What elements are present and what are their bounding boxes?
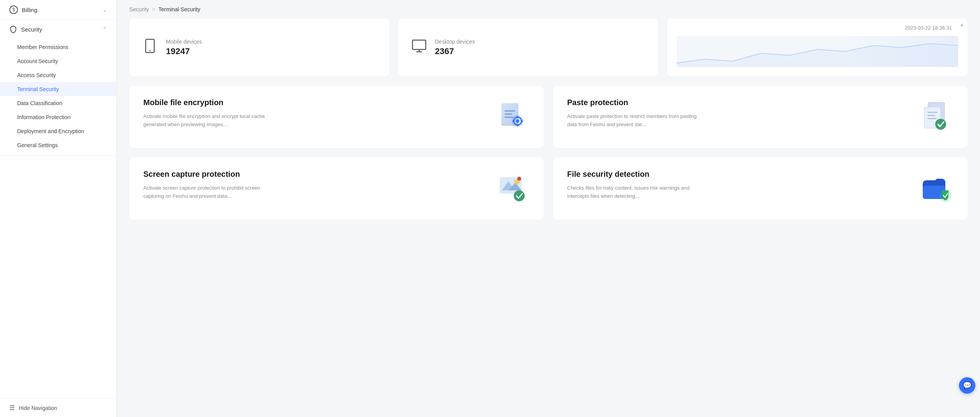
hide-navigation-label: Hide Navigation <box>19 405 57 411</box>
screen-capture-title: Screen capture protection <box>143 170 276 179</box>
svg-rect-2 <box>412 40 426 49</box>
billing-left: $ Billing <box>9 5 37 14</box>
breadcrumb: Security > Terminal Security <box>117 0 980 19</box>
sidebar-item-account-security[interactable]: Account Security <box>0 54 116 68</box>
svg-point-25 <box>935 119 946 130</box>
sidebar-billing[interactable]: $ Billing ⌄ <box>0 0 116 20</box>
svg-rect-24 <box>927 118 937 119</box>
mobile-file-encryption-icon <box>495 98 530 133</box>
paste-protection-content: Paste protection Activate paste protecti… <box>567 98 700 129</box>
mobile-label: Mobile devices <box>166 39 202 45</box>
screen-capture-desc: Activate screen capture protection to pr… <box>143 184 276 201</box>
graph-placeholder <box>677 36 958 67</box>
breadcrumb-parent[interactable]: Security <box>129 6 149 12</box>
cards-container: Mobile devices 19247 Desktop devices 236… <box>117 19 980 232</box>
main-content: Security > Terminal Security Mobile devi… <box>117 0 980 417</box>
file-security-detection-card[interactable]: File security detection Checks files for… <box>553 157 968 220</box>
svg-point-30 <box>517 177 521 181</box>
screen-capture-content: Screen capture protection Activate scree… <box>143 170 276 201</box>
desktop-value: 2367 <box>435 46 475 56</box>
security-label: Security <box>21 26 42 33</box>
sidebar: $ Billing ⌄ Security ⌃ Member Permission… <box>0 0 117 417</box>
mobile-devices-card[interactable]: Mobile devices 19247 <box>129 19 389 76</box>
sidebar-nav-items: Member Permissions Account Security Acce… <box>0 39 116 155</box>
file-security-title: File security detection <box>567 170 700 179</box>
billing-icon: $ <box>9 5 18 14</box>
sidebar-item-member-permissions[interactable]: Member Permissions <box>0 40 116 54</box>
svg-point-31 <box>514 190 525 201</box>
file-security-desc: Checks files for risky content; issues r… <box>567 184 700 201</box>
support-button[interactable]: 💬 <box>959 377 975 394</box>
security-section: Security ⌃ Member Permissions Account Se… <box>0 20 116 156</box>
svg-marker-5 <box>677 44 958 67</box>
sidebar-item-terminal-security[interactable]: Terminal Security <box>0 82 116 96</box>
svg-rect-10 <box>504 116 514 118</box>
security-section-header[interactable]: Security ⌃ <box>0 20 116 39</box>
mobile-stat-info: Mobile devices 19247 <box>166 39 202 56</box>
svg-rect-15 <box>516 124 519 126</box>
sidebar-item-data-classification[interactable]: Data Classification <box>0 96 116 110</box>
mobile-file-encryption-card[interactable]: Mobile file encryption Activate mobile f… <box>129 86 544 148</box>
feature-row-2: Screen capture protection Activate scree… <box>129 157 968 220</box>
chevron-down-icon: ⌄ <box>102 7 107 13</box>
file-security-content: File security detection Checks files for… <box>567 170 700 201</box>
desktop-stat-info: Desktop devices 2367 <box>435 39 475 56</box>
mobile-icon <box>142 38 158 58</box>
hide-navigation[interactable]: ☰ Hide Navigation <box>0 398 116 417</box>
file-security-icon <box>918 170 954 205</box>
billing-label: Billing <box>22 7 37 13</box>
graph-timestamp: 2023-03-22 18:36:31 <box>905 25 952 31</box>
mobile-value: 19247 <box>166 46 202 56</box>
screen-capture-protection-card[interactable]: Screen capture protection Activate scree… <box>129 157 544 220</box>
sidebar-item-information-protection[interactable]: Information Protection <box>0 110 116 124</box>
feature-row-1: Mobile file encryption Activate mobile f… <box>129 86 968 148</box>
mobile-file-encryption-title: Mobile file encryption <box>143 98 276 107</box>
svg-rect-8 <box>504 110 515 112</box>
breadcrumb-separator: > <box>152 6 155 12</box>
shield-icon <box>9 25 17 33</box>
chevron-up-icon: ⌃ <box>102 26 107 32</box>
scroll-up-indicator: ▲ <box>960 22 964 27</box>
support-icon: 💬 <box>963 381 971 390</box>
sidebar-item-access-security[interactable]: Access Security <box>0 68 116 82</box>
desktop-label: Desktop devices <box>435 39 475 45</box>
paste-protection-icon <box>918 98 954 133</box>
sidebar-item-general-settings[interactable]: General Settings <box>0 138 116 152</box>
svg-rect-9 <box>504 113 512 115</box>
svg-rect-14 <box>516 116 519 118</box>
sidebar-item-deployment-and-encryption[interactable]: Deployment and Encryption <box>0 124 116 138</box>
paste-protection-title: Paste protection <box>567 98 700 107</box>
svg-point-13 <box>516 120 519 123</box>
desktop-icon <box>411 38 427 58</box>
svg-rect-17 <box>521 120 523 122</box>
mobile-file-encryption-content: Mobile file encryption Activate mobile f… <box>143 98 276 129</box>
paste-protection-desc: Activate paste protection to restrict me… <box>567 113 700 129</box>
graph-card: 2023-03-22 18:36:31 ▲ <box>667 19 968 76</box>
hamburger-icon: ☰ <box>9 404 15 412</box>
svg-rect-23 <box>927 115 935 116</box>
security-header-left: Security <box>9 25 42 33</box>
paste-protection-card[interactable]: Paste protection Activate paste protecti… <box>553 86 968 148</box>
mobile-file-encryption-desc: Activate mobile file encryption and encr… <box>143 113 276 129</box>
breadcrumb-current: Terminal Security <box>159 6 200 12</box>
svg-rect-16 <box>513 120 515 122</box>
svg-rect-22 <box>927 112 938 113</box>
stats-row: Mobile devices 19247 Desktop devices 236… <box>129 19 968 76</box>
screen-capture-icon <box>495 170 530 205</box>
desktop-devices-card[interactable]: Desktop devices 2367 <box>398 19 658 76</box>
